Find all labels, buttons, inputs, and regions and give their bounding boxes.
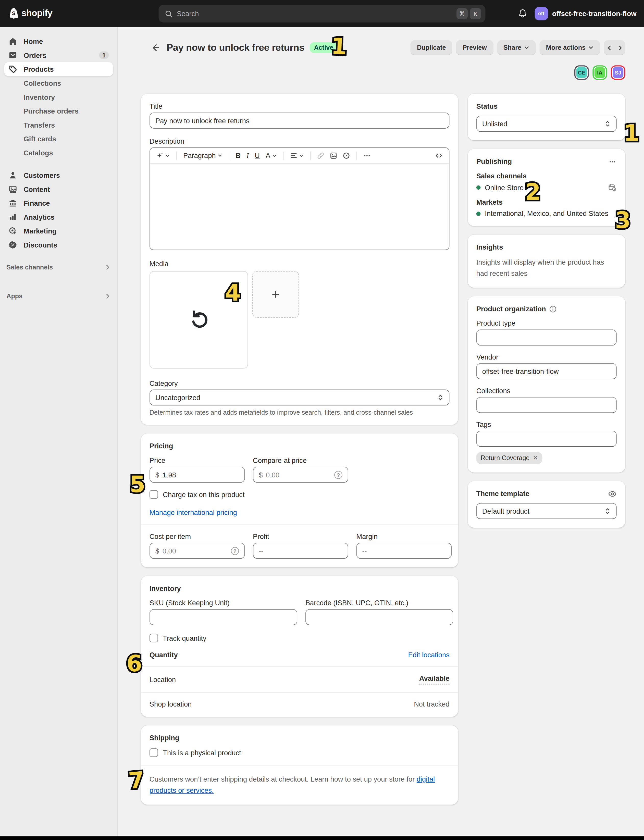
- products-tag-icon: [9, 65, 17, 74]
- track-quantity-checkbox[interactable]: [150, 634, 158, 643]
- italic-button[interactable]: I: [245, 150, 251, 161]
- manage-international-pricing-link[interactable]: Manage international pricing: [150, 508, 237, 516]
- main-content: Pay now to unlock free returns Active Du…: [118, 27, 644, 836]
- product-type-input[interactable]: [476, 329, 617, 345]
- category-label: Category: [150, 379, 450, 387]
- category-select[interactable]: Uncategorized: [150, 390, 450, 406]
- avatar-sj[interactable]: SJ: [611, 65, 625, 80]
- barcode-input[interactable]: [306, 609, 453, 625]
- finance-bank-icon: [9, 199, 17, 207]
- marketing-target-icon: [9, 227, 17, 235]
- theme-template-select[interactable]: Default product: [476, 503, 617, 519]
- shipping-heading: Shipping: [150, 734, 450, 742]
- help-question-icon[interactable]: ?: [334, 470, 342, 478]
- insights-card: Insights Insights will display when the …: [468, 235, 625, 288]
- shopify-logo[interactable]: S shopify: [7, 7, 52, 19]
- text-color-button[interactable]: A: [264, 150, 279, 161]
- product-organization-heading: Product organization: [476, 305, 546, 313]
- preview-button[interactable]: Preview: [456, 40, 493, 55]
- status-heading: Status: [476, 102, 617, 110]
- sidebar-item-catalogs[interactable]: Catalogs: [4, 146, 113, 160]
- show-html-button[interactable]: [433, 151, 445, 161]
- compare-at-price-input[interactable]: $ 0.00 ?: [253, 467, 348, 483]
- status-badge-active: Active: [310, 42, 338, 53]
- avatar-ce[interactable]: CE: [574, 65, 589, 80]
- add-media-button[interactable]: [252, 271, 299, 318]
- status-select[interactable]: Unlisted: [476, 115, 617, 132]
- edit-locations-link[interactable]: Edit locations: [408, 651, 449, 659]
- physical-product-checkbox[interactable]: [150, 748, 158, 757]
- ai-magic-button[interactable]: [154, 151, 172, 161]
- store-avatar[interactable]: off: [534, 7, 548, 20]
- global-search-input[interactable]: Search ⌘ K: [159, 5, 486, 23]
- available-column-label[interactable]: Available: [419, 674, 450, 685]
- sidebar-item-inventory[interactable]: Inventory: [4, 90, 113, 104]
- next-product-button[interactable]: [614, 40, 625, 55]
- shipping-note: Customers won’t enter shipping details a…: [150, 774, 450, 796]
- collections-input[interactable]: [476, 397, 617, 413]
- remove-tag-icon[interactable]: ✕: [533, 455, 538, 461]
- sidebar-section-apps[interactable]: Apps: [4, 289, 113, 303]
- more-formatting-button[interactable]: [361, 151, 373, 161]
- profit-input[interactable]: --: [253, 543, 348, 559]
- description-textarea[interactable]: [150, 164, 449, 250]
- product-organization-card: Product organization Product type Vendor…: [468, 296, 625, 473]
- share-button[interactable]: Share: [497, 40, 536, 55]
- theme-template-heading: Theme template: [476, 490, 529, 498]
- tags-input[interactable]: [476, 431, 617, 447]
- sidebar-item-marketing[interactable]: Marketing: [4, 224, 113, 238]
- publishing-menu-button[interactable]: [608, 158, 617, 165]
- cost-per-item-label: Cost per item: [150, 533, 245, 541]
- sidebar-item-home[interactable]: Home: [4, 34, 113, 48]
- editor-toolbar: Paragraph B I U A: [150, 148, 449, 164]
- sidebar-item-gift-cards[interactable]: Gift cards: [4, 132, 113, 146]
- eye-preview-icon[interactable]: [608, 490, 617, 497]
- notification-bell-icon[interactable]: [518, 9, 527, 18]
- sidebar-item-finance[interactable]: Finance: [4, 196, 113, 210]
- sidebar-nav: Home Orders 1 Products Collections Inven…: [0, 27, 118, 836]
- margin-input[interactable]: --: [356, 543, 452, 559]
- media-thumbnail-processing[interactable]: [150, 271, 248, 368]
- avatar-ia[interactable]: IA: [593, 65, 607, 80]
- insights-body: Insights will display when the product h…: [476, 257, 617, 279]
- schedule-calendar-icon[interactable]: [608, 183, 617, 192]
- sidebar-item-purchase-orders[interactable]: Purchase orders: [4, 104, 113, 118]
- markets-value: International, Mexico, and United States: [485, 209, 608, 217]
- back-arrow-button[interactable]: [148, 41, 161, 54]
- track-quantity-label: Track quantity: [163, 634, 206, 642]
- sidebar-item-products[interactable]: Products: [4, 62, 113, 76]
- sidebar-item-collections[interactable]: Collections: [4, 76, 113, 90]
- insert-video-button[interactable]: [340, 151, 352, 161]
- paragraph-style-dropdown[interactable]: Paragraph: [181, 150, 224, 161]
- store-name[interactable]: offset-free-transition-flow: [552, 10, 637, 17]
- vendor-input[interactable]: offset-free-transition-flow: [476, 363, 617, 379]
- insert-image-button[interactable]: [328, 151, 339, 161]
- info-icon[interactable]: [549, 305, 557, 312]
- bold-button[interactable]: B: [233, 150, 243, 161]
- duplicate-button[interactable]: Duplicate: [411, 40, 452, 55]
- more-actions-button[interactable]: More actions: [539, 40, 600, 55]
- charge-tax-checkbox[interactable]: [150, 490, 158, 499]
- sidebar-item-customers[interactable]: Customers: [4, 168, 113, 182]
- topbar: S shopify Search ⌘ K off offset-free-tra…: [0, 0, 644, 27]
- sidebar-item-content[interactable]: Content: [4, 182, 113, 196]
- help-question-icon[interactable]: ?: [231, 547, 239, 555]
- sidebar-item-discounts[interactable]: Discounts: [4, 238, 113, 252]
- sidebar-item-analytics[interactable]: Analytics: [4, 210, 113, 224]
- description-label: Description: [150, 137, 450, 145]
- alignment-button[interactable]: [288, 151, 306, 161]
- orders-icon: [9, 51, 17, 59]
- underline-button[interactable]: U: [253, 150, 262, 161]
- sku-input[interactable]: [150, 609, 297, 625]
- online-store-channel: Online Store: [485, 184, 524, 191]
- previous-product-button[interactable]: [604, 40, 614, 55]
- link-button[interactable]: [315, 151, 326, 161]
- sidebar-item-transfers[interactable]: Transfers: [4, 118, 113, 132]
- media-label: Media: [150, 260, 450, 268]
- price-input[interactable]: $ 1.98: [150, 467, 245, 483]
- sidebar-item-orders[interactable]: Orders 1: [4, 48, 113, 62]
- title-input[interactable]: Pay now to unlock free returns: [150, 113, 450, 128]
- content-icon: [9, 185, 17, 193]
- cost-per-item-input[interactable]: $ 0.00 ?: [150, 543, 245, 559]
- sidebar-section-sales-channels[interactable]: Sales channels: [4, 260, 113, 274]
